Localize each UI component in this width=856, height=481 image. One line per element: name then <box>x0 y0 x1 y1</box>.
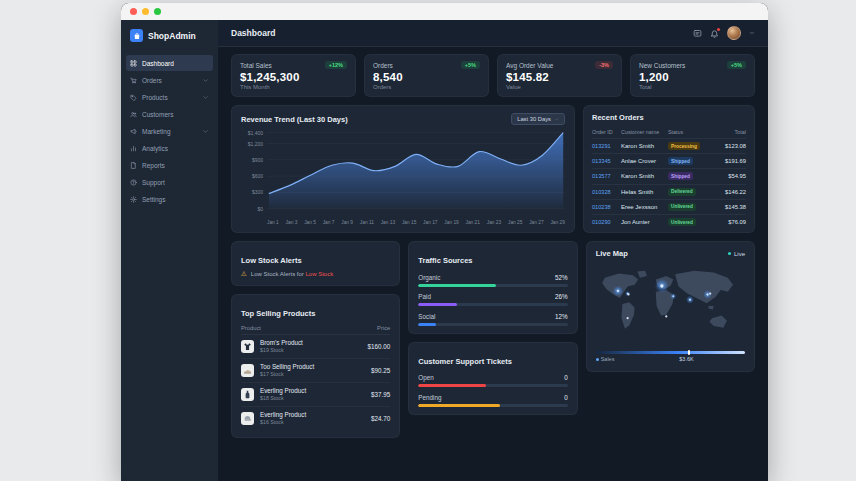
stat-card: Total Sales+12%$1,245,300This Month <box>231 54 356 97</box>
date-range-select[interactable]: Last 30 Days <box>511 113 565 125</box>
sidebar-item-marketing[interactable]: Marketing <box>126 123 213 139</box>
customer-name: Anlae Crover <box>621 158 668 164</box>
status-badge: Delivered <box>668 188 696 196</box>
sidebar-item-products[interactable]: Products <box>126 89 213 105</box>
sidebar-menu: DashboardOrdersProductsCustomersMarketin… <box>121 55 218 207</box>
traffic-pct: 52% <box>555 274 568 281</box>
progress-fill <box>418 323 436 326</box>
header-actions <box>693 26 755 40</box>
top-products-title: Top Selling Products <box>241 309 315 318</box>
progress-track <box>418 323 567 326</box>
megaphone-icon <box>130 128 137 135</box>
x-tick-label: Jan 9 <box>341 220 353 225</box>
legend-value: $3.6K <box>679 356 693 362</box>
x-tick-label: Jan 25 <box>508 220 522 225</box>
progress-fill <box>418 284 496 287</box>
x-tick-label: Jan 15 <box>402 220 416 225</box>
table-row: 013345Anlae CroverShipped$191.69 <box>592 153 746 168</box>
progress-fill <box>418 384 485 387</box>
order-id-link[interactable]: 010328 <box>592 189 621 195</box>
stat-value: $1,245,300 <box>240 71 347 83</box>
sidebar-item-label: Support <box>142 179 165 186</box>
low-stock-text: Low Stock Alerts for Low Stock <box>251 271 333 277</box>
ticket-row: Pending0 <box>418 394 567 407</box>
x-tick-label: Jan 17 <box>423 220 437 225</box>
traffic-sources-title: Traffic Sources <box>418 256 472 265</box>
low-stock-highlight: Low Stock <box>306 271 334 277</box>
sidebar-item-customers[interactable]: Customers <box>126 106 213 122</box>
low-stock-title: Low Stock Alerts <box>241 256 302 265</box>
live-map-title: Live Map <box>596 249 628 258</box>
avatar[interactable] <box>727 26 741 40</box>
order-id-link[interactable]: 013291 <box>592 143 621 149</box>
support-tickets-title: Customer Support Tickets <box>418 357 512 366</box>
traffic-pct: 12% <box>555 313 568 320</box>
map-data-point-core <box>616 290 618 292</box>
chevron-down-icon[interactable] <box>749 30 755 36</box>
sidebar-item-reports[interactable]: Reports <box>126 157 213 173</box>
stat-sub: Value <box>506 84 613 90</box>
customer-name: Helas Smith <box>621 189 668 195</box>
product-stock: $16 Stock <box>260 419 306 425</box>
bell-icon[interactable] <box>710 29 719 38</box>
sidebar-item-settings[interactable]: Settings <box>126 191 213 207</box>
map-legend-bar <box>596 351 745 354</box>
recent-orders-title: Recent Orders <box>592 113 746 122</box>
tag-icon <box>130 94 137 101</box>
stats-row: Total Sales+12%$1,245,300This MonthOrder… <box>231 54 755 97</box>
ticket-label: Open <box>418 374 433 381</box>
stat-sub: Total <box>639 84 746 90</box>
traffic-label: Organic <box>418 274 440 281</box>
customer-name: Jon Aunter <box>621 219 668 225</box>
order-id-link[interactable]: 010290 <box>592 219 621 225</box>
sidebar-item-support[interactable]: Support <box>126 174 213 190</box>
column-header: Order ID <box>592 129 621 135</box>
x-tick-label: Jan 5 <box>304 220 316 225</box>
map-data-point-core <box>689 299 691 301</box>
sidebar: ShopAdmin DashboardOrdersProductsCustome… <box>121 20 218 481</box>
order-id-link[interactable]: 010238 <box>592 204 621 210</box>
message-square-icon[interactable] <box>693 29 702 38</box>
close-window-button[interactable] <box>130 8 137 15</box>
chevron-down-icon <box>202 77 209 84</box>
revenue-chart: $1,400$1,200$900$600$300$0 <box>241 129 565 225</box>
sidebar-item-analytics[interactable]: Analytics <box>126 140 213 156</box>
zoom-window-button[interactable] <box>154 8 161 15</box>
x-tick-label: Jan 23 <box>487 220 501 225</box>
product-stock: $19 Stock <box>260 347 303 353</box>
minimize-window-button[interactable] <box>142 8 149 15</box>
delta-badge: +5% <box>461 61 480 69</box>
status-badge: Unlivered <box>668 218 696 226</box>
table-row: 013291Karon SmithProcessing$123.08 <box>592 138 746 153</box>
brand: ShopAdmin <box>121 27 218 44</box>
chevron-down-icon <box>554 117 559 122</box>
order-id-link[interactable]: 013577 <box>592 173 621 179</box>
map-data-point <box>660 285 662 287</box>
sidebar-item-orders[interactable]: Orders <box>126 72 213 88</box>
stat-card: New Customers+5%1,200Total <box>630 54 755 97</box>
x-tick-label: Jan 1 <box>267 220 279 225</box>
app-body: ShopAdmin DashboardOrdersProductsCustome… <box>121 20 768 481</box>
order-id-link[interactable]: 013345 <box>592 158 621 164</box>
order-total: $191.69 <box>710 158 746 164</box>
low-stock-card: Low Stock Alerts ⚠ Low Stock Alerts for … <box>231 241 400 286</box>
stat-label: Total Sales <box>240 62 272 69</box>
stat-value: 1,200 <box>639 71 746 83</box>
x-tick-label: Jan 19 <box>444 220 458 225</box>
progress-track <box>418 404 567 407</box>
users-icon <box>130 111 137 118</box>
delta-badge: +5% <box>727 61 746 69</box>
stat-card: Avg Order Value-3%$145.82Value <box>497 54 622 97</box>
product-name: Everling Product <box>260 387 306 394</box>
x-tick-label: Jan 29 <box>550 220 564 225</box>
x-tick-label: Jan 27 <box>529 220 543 225</box>
stat-sub: This Month <box>240 84 347 90</box>
x-tick-label: Jan 13 <box>381 220 395 225</box>
order-total: $76.09 <box>710 219 746 225</box>
warning-triangle-icon: ⚠ <box>241 271 247 278</box>
sidebar-item-dashboard[interactable]: Dashboard <box>126 55 213 71</box>
main-area: Dashboard Total Sales+12%$1,245,300This … <box>218 20 768 481</box>
stat-sub: Orders <box>373 84 480 90</box>
app-window: ShopAdmin DashboardOrdersProductsCustome… <box>121 3 768 481</box>
sidebar-item-label: Dashboard <box>142 60 174 67</box>
